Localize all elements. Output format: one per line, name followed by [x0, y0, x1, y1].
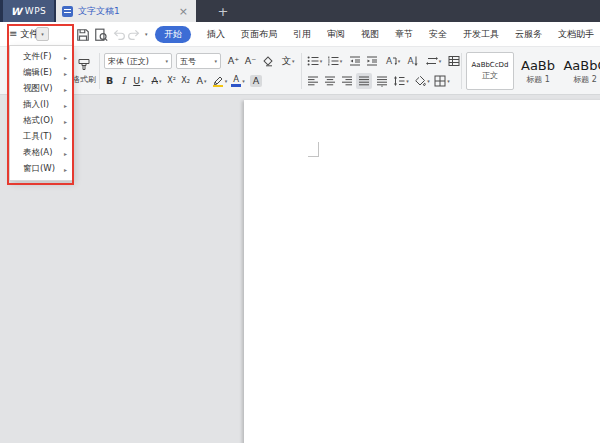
menu-item-edit[interactable]: 编辑(E) ▸ [10, 67, 72, 79]
redo-icon[interactable] [127, 27, 141, 41]
document-tab-title: 文字文稿1 [78, 5, 172, 18]
strikethrough-button[interactable]: A ▾ [148, 73, 165, 89]
pinyin-guide-button[interactable]: 文 ▾ [278, 53, 298, 69]
style-preview: AaBb [521, 58, 555, 73]
file-dropdown-menu: 文件(F) ▸ 编辑(E) ▸ 视图(V) ▸ 插入(I) ▸ 格式(O) ▸ … [9, 45, 73, 181]
align-center-button[interactable] [322, 73, 337, 89]
style-heading2[interactable]: AaBbC 标题 2 [560, 52, 600, 90]
menu-item-label: 视图(V) [23, 83, 52, 95]
tab-review[interactable]: 审阅 [327, 28, 345, 41]
italic-label: I [122, 76, 126, 86]
line-spacing-button[interactable]: ▾ [391, 73, 411, 89]
paint-bucket-icon [414, 75, 426, 87]
borders-button[interactable]: ▾ [432, 73, 452, 89]
char-shading-button[interactable]: A [248, 73, 264, 89]
highlight-button[interactable]: ▾ [210, 73, 229, 89]
chevron-down-icon: ▾ [165, 59, 168, 64]
font-size-select[interactable]: 五号 ▾ [176, 53, 221, 69]
tab-developer[interactable]: 开发工具 [463, 28, 499, 41]
separator [461, 53, 462, 89]
shading-bucket-button[interactable]: ▾ [412, 73, 432, 89]
style-heading1[interactable]: AaBb 标题 1 [517, 52, 559, 90]
strikethrough-label: A [151, 76, 158, 86]
menu-item-format[interactable]: 格式(O) ▸ [10, 115, 72, 127]
align-center-icon [324, 75, 336, 87]
tab-close-icon[interactable]: × [177, 6, 190, 17]
tab-doc-assistant[interactable]: 文档助手 [558, 28, 594, 41]
numbered-list-button[interactable]: ▾ [325, 53, 344, 69]
tab-section[interactable]: 章节 [395, 28, 413, 41]
bullet-list-button[interactable]: ▾ [305, 53, 324, 69]
tab-view[interactable]: 视图 [361, 28, 379, 41]
file-menu-caret-button[interactable]: ▾ [36, 27, 49, 41]
subscript-button[interactable]: X₂ [178, 73, 193, 89]
font-color-label: A [233, 75, 239, 84]
menu-item-table[interactable]: 表格(A) ▸ [10, 147, 72, 159]
increase-indent-button[interactable] [364, 53, 379, 69]
numbered-list-icon [327, 55, 339, 67]
underline-button[interactable]: U ▾ [130, 73, 147, 89]
superscript-button[interactable]: X² [164, 73, 179, 89]
undo-icon[interactable] [112, 27, 126, 41]
tab-security[interactable]: 安全 [429, 28, 447, 41]
new-tab-button[interactable]: + [208, 0, 238, 22]
text-direction-button[interactable]: A ▾ [382, 53, 403, 69]
tab-insert[interactable]: 插入 [207, 28, 225, 41]
print-preview-icon[interactable] [94, 27, 108, 41]
grow-font-label: A⁺ [228, 56, 240, 66]
align-right-button[interactable] [339, 73, 354, 89]
menu-item-insert[interactable]: 插入(I) ▸ [10, 99, 72, 111]
tab-cloud[interactable]: 云服务 [515, 28, 542, 41]
justify-button[interactable] [356, 73, 372, 89]
chevron-down-icon: ▾ [406, 79, 409, 84]
menu-item-window[interactable]: 窗口(W) ▸ [10, 163, 72, 175]
menu-item-file[interactable]: 文件(F) ▸ [10, 51, 72, 63]
shrink-font-button[interactable]: A⁻ [243, 53, 258, 69]
align-left-button[interactable] [305, 73, 320, 89]
text-effects-button[interactable]: A ▾ [193, 73, 210, 89]
customize-quick-access-icon[interactable]: ▾ [145, 32, 148, 37]
char-scale-button[interactable]: ▾ [423, 53, 444, 69]
bold-button[interactable]: B [103, 73, 116, 89]
font-color-bar [231, 84, 241, 87]
wps-app-name: WPS [25, 6, 47, 16]
sort-icon: A [407, 55, 419, 67]
chevron-down-icon: ▾ [141, 79, 144, 84]
menu-item-view[interactable]: 视图(V) ▸ [10, 83, 72, 95]
chevron-down-icon: ▾ [242, 79, 245, 84]
format-painter-label: 格式刷 [72, 74, 96, 85]
ribbon-tab-bar: 开始 插入 页面布局 引用 审阅 视图 章节 安全 开发工具 云服务 文档助手 [155, 22, 594, 46]
italic-button[interactable]: I [118, 73, 129, 89]
tab-page-layout[interactable]: 页面布局 [241, 28, 277, 41]
increase-indent-icon [366, 55, 378, 67]
tab-home[interactable]: 开始 [155, 26, 191, 43]
distribute-button[interactable] [374, 73, 389, 89]
layout-grid-button[interactable] [446, 53, 461, 69]
pinyin-label: 文 [281, 56, 291, 66]
save-icon[interactable] [76, 27, 90, 41]
menu-item-label: 编辑(E) [23, 67, 52, 79]
menu-item-tools[interactable]: 工具(T) ▸ [10, 131, 72, 143]
wps-writer-window: W WPS 文字文稿1 × + ≡ 文件 ▾ ▾ [0, 0, 600, 443]
hamburger-icon[interactable]: ≡ [9, 28, 17, 39]
plus-icon: + [218, 4, 229, 19]
tab-references[interactable]: 引用 [293, 28, 311, 41]
sort-button[interactable]: A [405, 53, 421, 69]
decrease-indent-button[interactable] [347, 53, 362, 69]
menu-item-label: 格式(O) [23, 115, 53, 127]
font-name-select[interactable]: 宋体 (正文) ▾ [104, 53, 172, 69]
document-page[interactable] [244, 100, 600, 443]
grow-font-button[interactable]: A⁺ [226, 53, 241, 69]
chevron-down-icon: ▾ [320, 59, 323, 64]
chevron-down-icon: ▾ [447, 79, 450, 84]
home-ribbon-toolbar: 格式刷 宋体 (正文) ▾ 五号 ▾ A⁺ A⁻ 文 ▾ B I [0, 46, 600, 95]
clear-format-button[interactable] [260, 53, 275, 69]
document-icon [62, 6, 73, 17]
document-tab[interactable]: 文字文稿1 × [56, 0, 196, 22]
font-color-button[interactable]: A ▾ [229, 73, 247, 89]
titlebar: W WPS 文字文稿1 × + [0, 0, 600, 22]
bold-label: B [106, 76, 113, 86]
wps-home-button[interactable]: W WPS [3, 0, 54, 22]
style-normal[interactable]: AaBbCcDd 正文 [466, 52, 514, 90]
font-name-value: 宋体 (正文) [108, 56, 165, 67]
